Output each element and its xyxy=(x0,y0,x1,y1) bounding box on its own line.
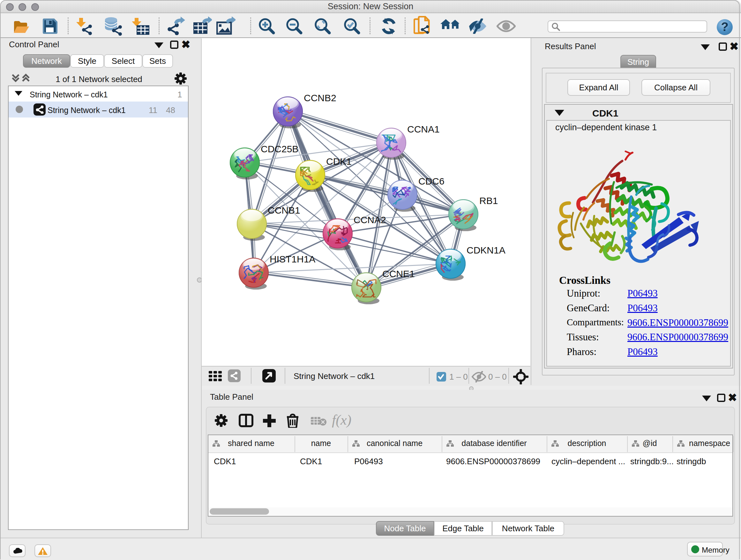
svg-text:CDC6: CDC6 xyxy=(418,176,445,186)
svg-text:CCNA1: CCNA1 xyxy=(407,124,440,134)
svg-text:CCNB2: CCNB2 xyxy=(304,92,336,103)
svg-text:CDKN1A: CDKN1A xyxy=(467,245,506,255)
svg-text:CDK1: CDK1 xyxy=(326,156,352,167)
svg-text:CCNE1: CCNE1 xyxy=(382,268,415,279)
svg-text:RB1: RB1 xyxy=(479,195,498,206)
svg-text:CCNA2: CCNA2 xyxy=(354,214,386,225)
svg-text:HIST1H1A: HIST1H1A xyxy=(270,254,315,264)
svg-text:CDC25B: CDC25B xyxy=(261,144,298,154)
svg-text:CCNB1: CCNB1 xyxy=(268,205,300,215)
svg-text:?: ? xyxy=(721,20,728,34)
